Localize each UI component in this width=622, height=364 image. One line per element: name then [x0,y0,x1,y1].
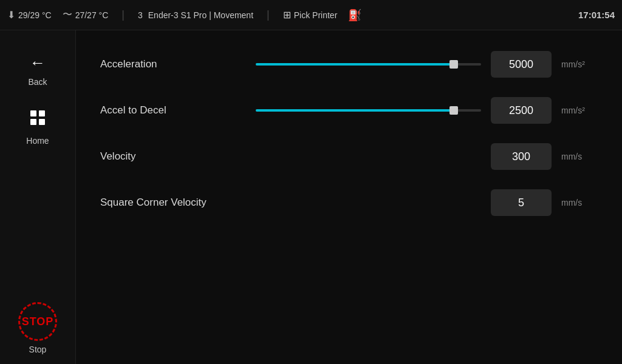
velocity-label: Velocity [100,150,246,163]
temp2-value: 27/27 °C [75,10,109,20]
acceleration-unit: mm/s² [561,59,598,69]
accel-decel-slider[interactable] [256,104,481,116]
topbar: ⬇ 29/29 °C 〜 27/27 °C | 3 Ender-3 S1 Pro… [0,0,622,30]
svg-rect-2 [30,119,36,125]
sidebar: ← Back Home STOP Stop [0,30,76,364]
main-content: Acceleration 5000 mm/s² Accel to Decel [76,30,622,364]
stop-label: Stop [29,345,47,354]
separator2: | [267,8,270,21]
printer-icon-item: ⛽ [348,8,361,22]
home-label: Home [26,136,49,146]
pick-printer-icon: ⊞ [283,9,291,21]
acceleration-value-box[interactable]: 5000 [491,51,552,78]
acceleration-thumb[interactable] [449,60,458,69]
back-label: Back [28,77,47,87]
acceleration-row: Acceleration 5000 mm/s² [100,49,598,80]
velocity-unit: mm/s [561,152,598,161]
temperature1: ⬇ 29/29 °C [7,9,52,21]
square-corner-row: Square Corner Velocity 5 mm/s [100,187,598,218]
back-icon: ← [30,53,46,72]
clock: 17:01:54 [578,10,615,20]
svg-rect-0 [30,110,36,116]
acceleration-label: Acceleration [100,58,246,70]
stop-button[interactable]: STOP Stop [0,290,75,364]
accel-decel-value: 2500 [509,104,533,117]
velocity-value: 300 [512,150,530,163]
layout: ← Back Home STOP Stop Accel [0,30,622,364]
velocity-row: Velocity 300 mm/s [100,141,598,172]
temperature2: 〜 27/27 °C [63,8,109,21]
stop-inner-text: STOP [22,315,54,328]
printer-info: 3 Ender-3 S1 Pro | Movement [138,10,253,20]
accel-decel-track [256,109,481,112]
temp1-icon: ⬇ [7,9,15,21]
acceleration-track [256,63,481,66]
accel-decel-row: Accel to Decel 2500 mm/s² [100,95,598,126]
temp2-icon: 〜 [63,8,72,21]
velocity-value-box[interactable]: 300 [491,143,552,170]
pick-printer[interactable]: ⊞ Pick Printer [283,9,338,21]
square-corner-label: Square Corner Velocity [100,197,246,209]
acceleration-slider[interactable] [256,58,481,70]
separator1: | [121,8,125,21]
accel-decel-unit: mm/s² [561,106,598,115]
square-corner-value-box[interactable]: 5 [491,189,552,216]
accel-decel-thumb[interactable] [449,106,458,115]
stop-circle: STOP [18,302,57,341]
svg-rect-1 [39,110,45,116]
pick-printer-label: Pick Printer [294,10,338,20]
temp1-value: 29/29 °C [18,10,52,20]
printer-icon: ⛽ [348,8,361,22]
acceleration-fill [256,63,454,66]
square-corner-unit: mm/s [561,198,598,207]
svg-rect-3 [39,119,45,125]
accel-decel-label: Accel to Decel [100,104,246,116]
printer-name: Ender-3 S1 Pro | Movement [148,10,253,20]
back-button[interactable]: ← Back [0,42,75,98]
accel-decel-value-box[interactable]: 2500 [491,97,552,124]
square-corner-value: 5 [518,197,524,209]
printer-number: 3 [138,10,143,20]
acceleration-value: 5000 [509,58,533,71]
home-icon [29,109,47,131]
home-button[interactable]: Home [0,98,75,157]
accel-decel-fill [256,109,454,112]
